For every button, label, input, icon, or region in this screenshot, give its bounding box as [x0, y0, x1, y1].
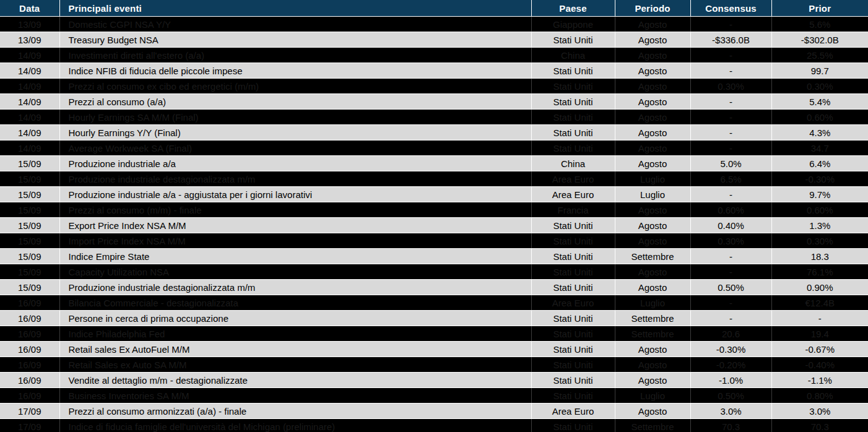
header-cell-date: Data — [0, 0, 59, 17]
cell-period: Agosto — [615, 156, 690, 171]
cell-prior: 0.30% — [771, 79, 868, 94]
table-header: DataPrincipali eventiPaesePeriodoConsens… — [0, 0, 868, 17]
cell-prior: 3.0% — [771, 404, 868, 419]
cell-date: 15/09 — [0, 280, 59, 295]
cell-prior: 76.1% — [771, 264, 868, 280]
cell-date: 14/09 — [0, 63, 59, 79]
cell-period: Agosto — [615, 125, 690, 140]
cell-date: 16/09 — [0, 342, 59, 357]
cell-date: 15/09 — [0, 171, 59, 187]
table-row: 14/09Prezzi al consumo (a/a)Stati UnitiA… — [0, 94, 868, 110]
cell-period: Agosto — [615, 140, 690, 156]
cell-prior: -0.40% — [771, 357, 868, 373]
cell-prior: 0.60% — [771, 110, 868, 125]
cell-date: 14/09 — [0, 79, 59, 94]
cell-date: 16/09 — [0, 373, 59, 388]
cell-date: 16/09 — [0, 311, 59, 326]
cell-event: Prezzi al consumo ex cibo ed energetici … — [59, 79, 531, 94]
cell-consensus: - — [690, 63, 771, 79]
cell-event: Business Inventories SA M/M — [59, 388, 531, 404]
header-cell-consensus: Consensus — [690, 0, 771, 17]
cell-country: Francia — [531, 202, 615, 218]
table-row: 14/09Hourly Earnings SA M/M (Final)Stati… — [0, 110, 868, 125]
cell-prior: 70.3 — [771, 419, 868, 432]
cell-consensus: 6.5% — [690, 171, 771, 187]
cell-date: 14/09 — [0, 125, 59, 140]
cell-prior: 0.60% — [771, 202, 868, 218]
cell-country: Stati Uniti — [531, 373, 615, 388]
cell-consensus: 20.6 — [690, 326, 771, 342]
cell-prior: 25.5% — [771, 48, 868, 63]
cell-event: Treasury Budget NSA — [59, 32, 531, 48]
cell-date: 17/09 — [0, 419, 59, 432]
cell-period: Agosto — [615, 63, 690, 79]
cell-country: Stati Uniti — [531, 32, 615, 48]
cell-period: Settembre — [615, 311, 690, 326]
header-cell-event: Principali eventi — [59, 0, 531, 17]
cell-prior: 6.4% — [771, 156, 868, 171]
cell-country: Stati Uniti — [531, 94, 615, 110]
cell-consensus: - — [690, 125, 771, 140]
cell-period: Agosto — [615, 17, 690, 32]
cell-country: China — [531, 156, 615, 171]
cell-period: Agosto — [615, 373, 690, 388]
cell-date: 14/09 — [0, 110, 59, 125]
cell-consensus: 3.0% — [690, 404, 771, 419]
cell-date: 16/09 — [0, 357, 59, 373]
cell-consensus: - — [690, 249, 771, 264]
table-row: 15/09Produzione industriale a/aChinaAgos… — [0, 156, 868, 171]
cell-date: 15/09 — [0, 187, 59, 202]
cell-period: Agosto — [615, 110, 690, 125]
cell-consensus: - — [690, 17, 771, 32]
table-row: 16/09Vendite al dettaglio m/m - destagio… — [0, 373, 868, 388]
cell-consensus: 0.30% — [690, 233, 771, 249]
cell-period: Agosto — [615, 94, 690, 110]
table-row: 14/09Hourly Earnings Y/Y (Final)Stati Un… — [0, 125, 868, 140]
cell-date: 15/09 — [0, 156, 59, 171]
cell-consensus: 0.50% — [690, 280, 771, 295]
cell-date: 15/09 — [0, 264, 59, 280]
cell-date: 13/09 — [0, 17, 59, 32]
header-row: DataPrincipali eventiPaesePeriodoConsens… — [0, 0, 868, 17]
cell-period: Agosto — [615, 357, 690, 373]
cell-date: 14/09 — [0, 94, 59, 110]
cell-period: Luglio — [615, 388, 690, 404]
table-row: 16/09Bilancia Commerciale - destagionali… — [0, 295, 868, 311]
cell-period: Agosto — [615, 233, 690, 249]
cell-consensus: 5.0% — [690, 156, 771, 171]
cell-country: Stati Uniti — [531, 357, 615, 373]
table-row: 16/09Retail Sales ex Auto SA M/MStati Un… — [0, 357, 868, 373]
cell-prior: 1.3% — [771, 218, 868, 233]
cell-event: Indice di fiducia famiglie dell'universi… — [59, 419, 531, 432]
cell-consensus: -$336.0B — [690, 32, 771, 48]
cell-prior: -$302.0B — [771, 32, 868, 48]
cell-consensus: - — [690, 110, 771, 125]
table-row: 16/09Persone in cerca di prima occupazio… — [0, 311, 868, 326]
table-row: 14/09Indice NFIB di fiducia delle piccol… — [0, 63, 868, 79]
cell-prior: 18.3 — [771, 249, 868, 264]
cell-event: Domestic CGPI NSA Y/Y — [59, 17, 531, 32]
cell-country: Stati Uniti — [531, 233, 615, 249]
cell-event: Average Workweek SA (Final) — [59, 140, 531, 156]
cell-period: Settembre — [615, 326, 690, 342]
cell-prior: -1.1% — [771, 373, 868, 388]
table-row: 14/09Investimenti diretti all'estero (a/… — [0, 48, 868, 63]
cell-date: 16/09 — [0, 388, 59, 404]
cell-consensus: -0.20% — [690, 357, 771, 373]
cell-country: Stati Uniti — [531, 311, 615, 326]
cell-prior: 99.7 — [771, 63, 868, 79]
cell-prior: €12.4B — [771, 295, 868, 311]
cell-event: Produzione industriale a/a - aggiustata … — [59, 187, 531, 202]
cell-event: Hourly Earnings SA M/M (Final) — [59, 110, 531, 125]
cell-country: China — [531, 48, 615, 63]
cell-period: Agosto — [615, 218, 690, 233]
cell-consensus: - — [690, 187, 771, 202]
cell-event: Prezzi al consumo armonizzati (a/a) - fi… — [59, 404, 531, 419]
cell-date: 14/09 — [0, 48, 59, 63]
cell-prior: 19.4 — [771, 326, 868, 342]
table-row: 16/09Retail sales Ex AutoFuel M/MStati U… — [0, 342, 868, 357]
table-row: 17/09Prezzi al consumo armonizzati (a/a)… — [0, 404, 868, 419]
cell-prior: 9.7% — [771, 187, 868, 202]
cell-consensus: 0.60% — [690, 202, 771, 218]
cell-consensus: 70.3 — [690, 419, 771, 432]
